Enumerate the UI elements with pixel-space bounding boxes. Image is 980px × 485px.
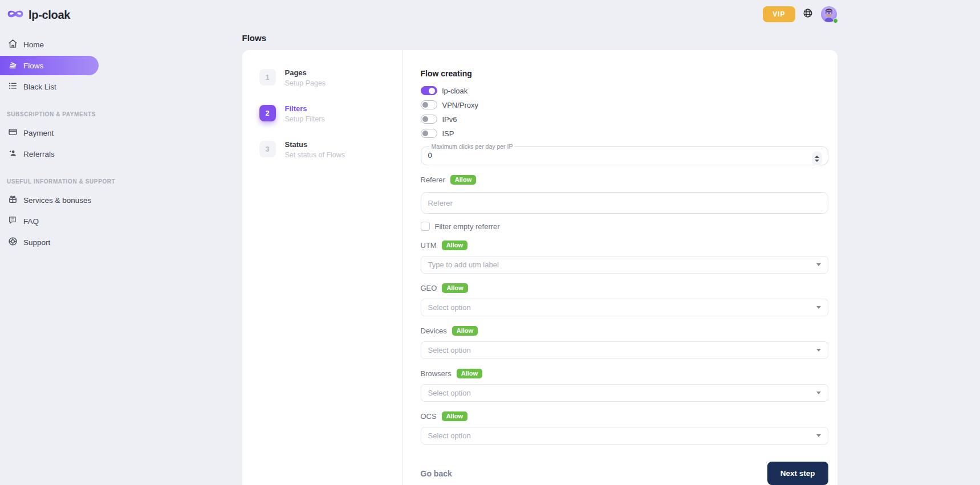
sidebar-item-flows[interactable]: Flows: [0, 56, 99, 75]
step-title: Pages: [285, 69, 326, 78]
chevron-down-icon: [816, 349, 821, 352]
chevron-down-icon: [816, 392, 821, 394]
max-clicks-field: Maximum clicks per day per IP: [421, 143, 828, 165]
geo-allow-badge[interactable]: Allow: [442, 283, 467, 293]
utm-allow-badge[interactable]: Allow: [442, 241, 467, 250]
step-subtitle: Set status of Flows: [285, 151, 345, 159]
vip-button[interactable]: VIP: [763, 6, 795, 22]
sidebar: lp-cloak Home Flows: [0, 0, 99, 485]
sidebar-item-payment[interactable]: Payment: [0, 123, 99, 142]
toggle-label: IPv6: [442, 115, 457, 124]
avatar[interactable]: [820, 6, 837, 23]
toggle-label: lp-cloak: [442, 87, 468, 95]
form-title: Flow creating: [421, 69, 828, 78]
referer-group-label: Referer Allow: [421, 175, 828, 185]
step-title: Status: [285, 141, 345, 149]
sidebar-item-label: Home: [23, 40, 44, 49]
lifebuoy-icon: [8, 237, 18, 248]
main-area: VIP: [99, 0, 980, 485]
devices-group-label: Devices Allow: [421, 326, 828, 336]
referer-input[interactable]: [421, 192, 828, 214]
gift-icon: [8, 194, 18, 206]
toggle-label: ISP: [442, 129, 454, 138]
step-filters[interactable]: 2 Filters Setup Filters: [259, 105, 402, 123]
ocs-group-label: OCS Allow: [421, 411, 828, 421]
browsers-group-label: Browsers Allow: [421, 369, 828, 378]
utm-group-label: UTM Allow: [421, 241, 828, 250]
step-subtitle: Setup Pages: [285, 79, 326, 87]
sidebar-item-home[interactable]: Home: [0, 35, 99, 54]
brand-logo[interactable]: lp-cloak: [0, 0, 99, 22]
sidebar-item-black-list[interactable]: Black List: [0, 77, 99, 96]
svg-text:?!: ?!: [11, 217, 14, 221]
next-step-button[interactable]: Next step: [767, 462, 828, 485]
step-status[interactable]: 3 Status Set status of Flows: [259, 141, 402, 159]
geo-select[interactable]: Select option: [421, 299, 828, 316]
chevron-down-icon: [816, 306, 821, 309]
flows-stack-icon: [8, 60, 18, 71]
sidebar-item-label: Payment: [23, 129, 54, 137]
toggle-label: VPN/Proxy: [442, 101, 479, 109]
sidebar-section-subscription: SUBSCRIPTION & PAYMENTS: [7, 111, 99, 117]
form-footer: Go back Next step: [421, 462, 828, 485]
stepper: 1 Pages Setup Pages 2 Filters Setup Filt…: [242, 50, 403, 485]
sidebar-item-label: Referrals: [23, 150, 55, 158]
lp-cloak-toggle[interactable]: [421, 86, 437, 95]
browsers-select[interactable]: Select option: [421, 384, 828, 402]
home-icon: [8, 39, 18, 50]
devices-select[interactable]: Select option: [421, 341, 828, 359]
chevron-down-icon: [816, 263, 821, 266]
flow-card: 1 Pages Setup Pages 2 Filters Setup Filt…: [242, 50, 837, 485]
ipv6-toggle[interactable]: [421, 115, 437, 124]
checkbox-label: Filter empty referrer: [435, 222, 500, 231]
list-icon: [8, 81, 18, 92]
sidebar-item-support[interactable]: Support: [0, 233, 99, 252]
sidebar-item-label: FAQ: [23, 217, 39, 226]
max-clicks-label: Maximum clicks per day per IP: [429, 143, 515, 150]
online-status-dot: [833, 18, 838, 23]
max-clicks-input[interactable]: [428, 151, 782, 160]
sidebar-item-label: Flows: [23, 62, 43, 70]
browsers-allow-badge[interactable]: Allow: [457, 369, 482, 378]
stepper-up-icon[interactable]: [815, 155, 819, 157]
faq-bubble-icon: ?!: [8, 215, 18, 227]
vpn-proxy-toggle[interactable]: [421, 100, 437, 109]
sidebar-item-referrals[interactable]: Referrals: [0, 144, 99, 164]
sidebar-item-label: Support: [23, 238, 50, 247]
stepper-down-icon[interactable]: [815, 159, 819, 161]
filter-empty-referrer-row[interactable]: Filter empty referrer: [421, 222, 828, 231]
brand-name: lp-cloak: [29, 9, 70, 22]
geo-label: GEO: [421, 284, 437, 292]
utm-select[interactable]: Type to add utm label: [421, 256, 828, 274]
toggle-row-ipv6: IPv6: [421, 115, 828, 124]
credit-card-icon: [8, 127, 18, 138]
globe-language-icon[interactable]: [803, 8, 813, 21]
ocs-allow-badge[interactable]: Allow: [442, 411, 467, 421]
mask-logo-icon: [7, 8, 24, 22]
filter-empty-referrer-checkbox[interactable]: [421, 222, 430, 231]
referral-person-icon: [8, 148, 18, 160]
sidebar-item-faq[interactable]: ?! FAQ: [0, 211, 99, 231]
devices-allow-badge[interactable]: Allow: [452, 326, 478, 336]
sidebar-section-support: USEFUL INFORMATION & SUPPORT: [7, 178, 99, 185]
isp-toggle[interactable]: [421, 129, 437, 138]
toggle-row-isp: ISP: [421, 129, 828, 138]
step-subtitle: Setup Filters: [285, 115, 325, 123]
geo-group-label: GEO Allow: [421, 283, 828, 293]
go-back-button[interactable]: Go back: [421, 469, 452, 478]
sidebar-item-label: Services & bonuses: [23, 196, 91, 205]
step-number: 1: [259, 69, 276, 85]
number-stepper[interactable]: [812, 152, 822, 165]
sidebar-item-services[interactable]: Services & bonuses: [0, 190, 99, 210]
referer-allow-badge[interactable]: Allow: [450, 175, 476, 185]
filters-form: Flow creating lp-cloak VPN/Proxy IPv6 IS…: [403, 50, 837, 485]
toggle-row-vpn-proxy: VPN/Proxy: [421, 100, 828, 109]
chevron-down-icon: [816, 434, 821, 437]
ocs-select[interactable]: Select option: [421, 427, 828, 445]
step-pages[interactable]: 1 Pages Setup Pages: [259, 69, 402, 87]
sidebar-nav: Home Flows Black List SUBSCRIPTION & PAY…: [0, 35, 99, 252]
topbar: VIP: [242, 0, 837, 24]
step-title: Filters: [285, 105, 325, 113]
step-number: 2: [259, 105, 276, 121]
devices-label: Devices: [421, 327, 447, 335]
